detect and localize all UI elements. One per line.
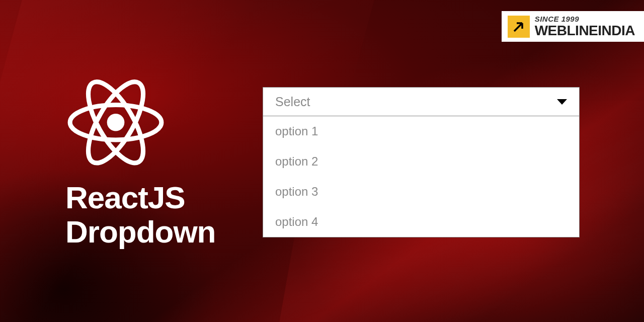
dropdown: Select option 1 option 2 option 3 option… <box>263 87 580 237</box>
react-icon <box>65 70 166 166</box>
dropdown-option[interactable]: option 1 <box>263 116 579 146</box>
badge-brand-text: WEBLINEINDIA <box>535 24 635 38</box>
svg-point-0 <box>107 114 125 131</box>
dropdown-placeholder: Select <box>275 95 310 109</box>
hero-left: ReactJS Dropdown <box>65 70 216 249</box>
chevron-down-icon <box>557 99 567 105</box>
dropdown-option[interactable]: option 3 <box>263 177 579 207</box>
dropdown-select[interactable]: Select <box>263 87 580 116</box>
title-line-2: Dropdown <box>65 215 216 249</box>
brand-badge: SINCE 1999 WEBLINEINDIA <box>502 11 644 42</box>
badge-since-text: SINCE 1999 <box>535 15 635 23</box>
arrow-up-right-icon <box>508 16 530 38</box>
dropdown-option[interactable]: option 4 <box>263 207 579 237</box>
page-title: ReactJS Dropdown <box>65 181 216 249</box>
dropdown-option[interactable]: option 2 <box>263 146 579 177</box>
title-line-1: ReactJS <box>65 181 216 215</box>
dropdown-list: option 1 option 2 option 3 option 4 <box>263 116 580 237</box>
